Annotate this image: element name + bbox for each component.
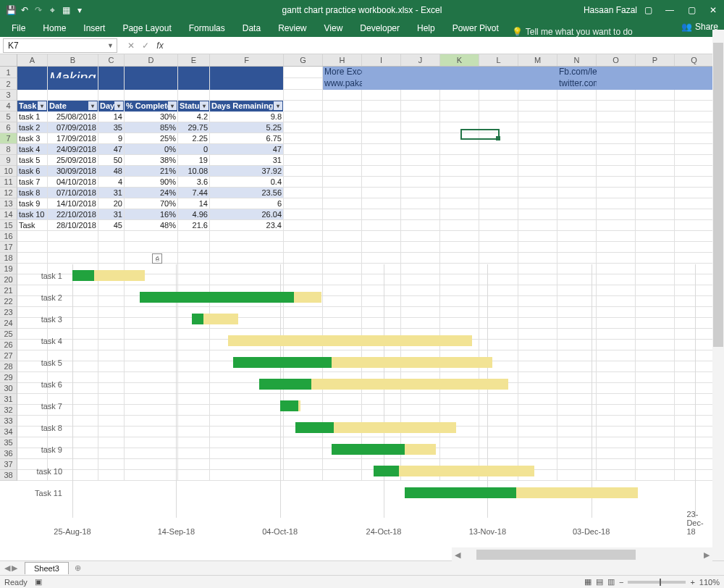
chart-bar-complete[interactable] bbox=[280, 400, 299, 411]
cell[interactable] bbox=[636, 133, 675, 144]
enter-formula-icon[interactable]: ✓ bbox=[139, 39, 152, 52]
cell[interactable] bbox=[440, 188, 479, 198]
chart-bar-remaining[interactable] bbox=[298, 400, 300, 411]
days-cell[interactable]: 31 bbox=[98, 188, 125, 198]
cell[interactable] bbox=[636, 78, 675, 90]
cell[interactable] bbox=[362, 188, 401, 198]
date-cell[interactable]: 07/09/2018 bbox=[48, 122, 98, 133]
cell[interactable] bbox=[284, 144, 323, 155]
cell[interactable] bbox=[597, 90, 636, 101]
pct-cell[interactable]: 48% bbox=[125, 220, 178, 231]
formula-bar[interactable] bbox=[169, 38, 723, 53]
cell[interactable] bbox=[323, 144, 362, 155]
cell[interactable] bbox=[284, 78, 323, 90]
cell[interactable] bbox=[362, 166, 401, 177]
cell[interactable] bbox=[284, 101, 323, 112]
cell[interactable] bbox=[178, 90, 210, 101]
cell[interactable] bbox=[479, 122, 518, 133]
table-header[interactable]: Days▾ bbox=[98, 101, 125, 112]
row-header[interactable]: 17 bbox=[0, 242, 17, 253]
cell[interactable] bbox=[675, 177, 714, 188]
cell[interactable] bbox=[362, 78, 401, 90]
tab-review[interactable]: Review bbox=[269, 20, 315, 37]
pct-cell[interactable]: 70% bbox=[125, 198, 178, 209]
tab-page-layout[interactable]: Page Layout bbox=[114, 20, 180, 37]
cell[interactable] bbox=[401, 133, 440, 144]
status-cell[interactable]: 7.44 bbox=[178, 188, 210, 198]
cell[interactable] bbox=[284, 166, 323, 177]
remain-cell[interactable]: 6.75 bbox=[210, 133, 284, 144]
cell[interactable] bbox=[675, 253, 714, 264]
col-O[interactable]: O bbox=[597, 54, 636, 66]
cell[interactable] bbox=[440, 198, 479, 209]
cell[interactable] bbox=[675, 220, 714, 231]
cell[interactable] bbox=[48, 253, 98, 264]
cell[interactable] bbox=[557, 133, 597, 144]
date-cell[interactable]: 25/09/2018 bbox=[48, 155, 98, 166]
cell[interactable] bbox=[284, 253, 323, 264]
chart-bar-complete[interactable] bbox=[332, 444, 404, 455]
filter-dropdown-icon[interactable]: ▾ bbox=[200, 101, 209, 110]
remain-cell[interactable]: 23.56 bbox=[210, 188, 284, 198]
cell[interactable] bbox=[518, 112, 557, 122]
cell[interactable] bbox=[479, 144, 518, 155]
worksheet-grid[interactable]: A B C D E F G H I J K L M N O P Q 1Makin… bbox=[0, 54, 724, 573]
cell[interactable] bbox=[210, 231, 284, 242]
cell[interactable] bbox=[597, 188, 636, 198]
row-header[interactable]: 23 bbox=[0, 307, 17, 318]
cell[interactable] bbox=[323, 112, 362, 122]
cell[interactable] bbox=[479, 231, 518, 242]
cell[interactable] bbox=[440, 67, 479, 78]
cell[interactable] bbox=[284, 242, 323, 253]
cell[interactable] bbox=[479, 78, 518, 90]
cell[interactable] bbox=[557, 112, 597, 122]
tab-power-pivot[interactable]: Power Pivot bbox=[444, 20, 508, 37]
cell[interactable] bbox=[636, 209, 675, 220]
cell[interactable] bbox=[401, 67, 440, 78]
cell[interactable] bbox=[17, 78, 48, 90]
row-header[interactable]: 6 bbox=[0, 122, 17, 133]
chart-bar-remaining[interactable] bbox=[332, 357, 492, 368]
cell[interactable] bbox=[479, 90, 518, 101]
status-cell[interactable]: 10.08 bbox=[178, 166, 210, 177]
remain-cell[interactable]: 5.25 bbox=[210, 122, 284, 133]
cell[interactable] bbox=[675, 133, 714, 144]
cell[interactable] bbox=[597, 133, 636, 144]
col-C[interactable]: C bbox=[98, 54, 125, 66]
cell[interactable] bbox=[98, 242, 125, 253]
table-header[interactable]: Days Remaining▾ bbox=[210, 101, 284, 112]
cell[interactable] bbox=[284, 67, 323, 78]
cell[interactable] bbox=[675, 122, 714, 133]
cell[interactable] bbox=[401, 231, 440, 242]
cell[interactable] bbox=[557, 188, 597, 198]
row-header[interactable]: 35 bbox=[0, 437, 17, 448]
cell[interactable] bbox=[597, 231, 636, 242]
days-cell[interactable]: 31 bbox=[98, 209, 125, 220]
cell[interactable] bbox=[440, 209, 479, 220]
cell[interactable] bbox=[597, 155, 636, 166]
chart-bar-complete[interactable] bbox=[192, 314, 203, 324]
cell[interactable] bbox=[518, 122, 557, 133]
pct-cell[interactable]: 25% bbox=[125, 133, 178, 144]
cell[interactable] bbox=[479, 67, 518, 78]
tab-developer[interactable]: Developer bbox=[351, 20, 408, 37]
cell[interactable] bbox=[440, 220, 479, 231]
cell[interactable] bbox=[675, 78, 714, 90]
col-M[interactable]: M bbox=[518, 54, 557, 66]
days-cell[interactable]: 47 bbox=[98, 144, 125, 155]
cell[interactable] bbox=[401, 144, 440, 155]
cell[interactable] bbox=[440, 90, 479, 101]
qat-dropdown-icon[interactable]: ▾ bbox=[73, 4, 86, 17]
cell[interactable] bbox=[597, 122, 636, 133]
cell[interactable] bbox=[636, 101, 675, 112]
row-header[interactable]: 29 bbox=[0, 372, 17, 383]
table-header[interactable]: % Complete▾ bbox=[125, 101, 178, 112]
row-header[interactable]: 15 bbox=[0, 220, 17, 231]
cell[interactable] bbox=[178, 242, 210, 253]
cell[interactable] bbox=[323, 198, 362, 209]
task-cell[interactable]: task 8 bbox=[17, 188, 48, 198]
cell[interactable] bbox=[479, 133, 518, 144]
cell[interactable] bbox=[518, 90, 557, 101]
filter-dropdown-icon[interactable]: ▾ bbox=[274, 101, 282, 110]
close-button[interactable]: ✕ bbox=[702, 0, 724, 20]
